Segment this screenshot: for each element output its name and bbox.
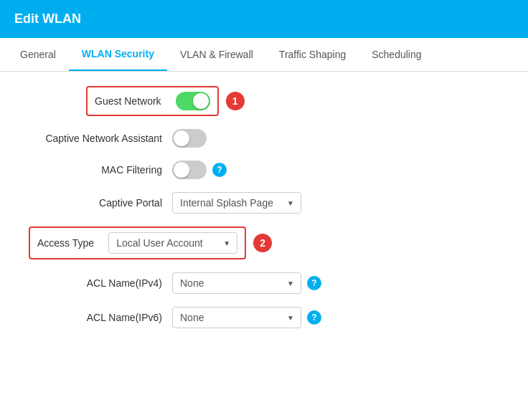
- access-type-highlight: Access Type Local User Account None: [29, 226, 246, 259]
- guest-network-label: Guest Network: [95, 95, 169, 107]
- tab-general[interactable]: General: [7, 39, 69, 70]
- captive-assistant-row: Captive Network Assistant: [29, 129, 499, 148]
- mac-filtering-help-icon[interactable]: ?: [212, 163, 227, 177]
- page-header: Edit WLAN: [0, 0, 528, 38]
- captive-assistant-toggle[interactable]: [172, 129, 207, 148]
- captive-portal-label: Captive Portal: [29, 197, 172, 209]
- tab-bar: General WLAN Security VLAN & Firewall Tr…: [0, 38, 528, 72]
- mac-filtering-toggle[interactable]: [172, 161, 207, 179]
- tab-vlan-firewall[interactable]: VLAN & Firewall: [167, 39, 266, 70]
- mac-filtering-label: MAC Filtering: [29, 164, 172, 176]
- captive-portal-select[interactable]: Internal Splash Page External Splash Pag…: [172, 192, 301, 214]
- access-type-label: Access Type: [37, 237, 101, 249]
- access-type-select-wrapper: Local User Account None: [108, 232, 237, 254]
- tab-scheduling[interactable]: Scheduling: [359, 39, 434, 70]
- acl-ipv4-row: ACL Name(IPv4) None ?: [29, 272, 499, 294]
- acl-ipv6-select[interactable]: None: [172, 307, 301, 328]
- mac-filtering-row: MAC Filtering ?: [29, 161, 499, 179]
- acl-ipv4-help-icon[interactable]: ?: [307, 276, 321, 290]
- header-title: Edit WLAN: [14, 11, 81, 26]
- access-type-row: Access Type Local User Account None 2: [29, 226, 499, 259]
- acl-ipv6-label: ACL Name(IPv6): [29, 312, 172, 323]
- acl-ipv4-select[interactable]: None: [172, 272, 301, 294]
- captive-portal-row: Captive Portal Internal Splash Page Exte…: [29, 192, 499, 214]
- guest-network-row: Guest Network 1: [29, 86, 499, 116]
- captive-portal-select-wrapper: Internal Splash Page External Splash Pag…: [172, 192, 301, 214]
- acl-ipv4-label: ACL Name(IPv4): [29, 277, 172, 289]
- tab-wlan-security[interactable]: WLAN Security: [69, 38, 167, 71]
- badge-2: 2: [253, 234, 272, 252]
- acl-ipv4-select-wrapper: None: [172, 272, 301, 294]
- captive-assistant-label: Captive Network Assistant: [29, 133, 172, 144]
- form-content: Guest Network 1 Captive Network Assistan…: [0, 72, 528, 355]
- guest-network-highlight: Guest Network: [86, 86, 219, 116]
- acl-ipv6-select-wrapper: None: [172, 307, 301, 328]
- acl-ipv6-row: ACL Name(IPv6) None ?: [29, 307, 499, 328]
- badge-1: 1: [226, 92, 245, 110]
- guest-network-toggle[interactable]: [176, 92, 210, 110]
- access-type-select[interactable]: Local User Account None: [108, 232, 237, 254]
- tab-traffic-shaping[interactable]: Traffic Shaping: [266, 39, 359, 70]
- acl-ipv6-help-icon[interactable]: ?: [307, 310, 321, 325]
